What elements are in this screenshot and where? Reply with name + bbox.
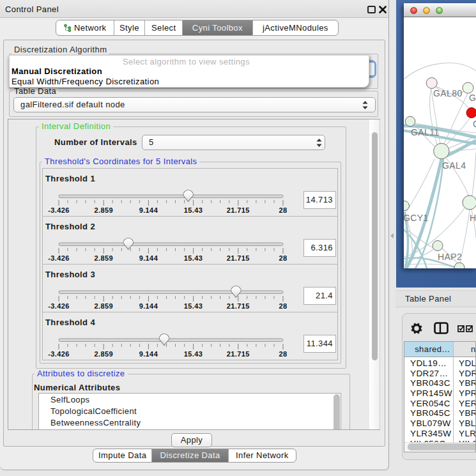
svg-text:GAL11: GAL11 xyxy=(411,127,440,137)
svg-text:9.144: 9.144 xyxy=(139,254,158,262)
svg-text:28: 28 xyxy=(279,254,287,262)
svg-text:9.144: 9.144 xyxy=(139,350,158,358)
svg-text:2.859: 2.859 xyxy=(94,254,113,262)
svg-text:15.43: 15.43 xyxy=(184,350,203,358)
svg-text:C: C xyxy=(473,119,476,129)
svg-text:21.715: 21.715 xyxy=(227,206,250,214)
svg-text:9.144: 9.144 xyxy=(139,206,158,214)
svg-text:28: 28 xyxy=(279,302,287,310)
svg-text:-3.426: -3.426 xyxy=(48,254,70,262)
svg-text:GAL4: GAL4 xyxy=(442,160,466,171)
svg-text:-3.426: -3.426 xyxy=(48,206,70,214)
svg-text:HAP2: HAP2 xyxy=(438,252,462,262)
svg-text:GCY1: GCY1 xyxy=(404,213,429,223)
svg-text:-3.426: -3.426 xyxy=(48,350,70,358)
svg-text:15.43: 15.43 xyxy=(184,254,203,262)
svg-text:28: 28 xyxy=(279,350,287,358)
svg-text:2.859: 2.859 xyxy=(94,302,113,310)
svg-text:-3.426: -3.426 xyxy=(48,302,70,310)
svg-text:15.43: 15.43 xyxy=(184,302,203,310)
svg-text:21.715: 21.715 xyxy=(227,350,250,358)
svg-text:9.144: 9.144 xyxy=(139,302,158,310)
svg-text:28: 28 xyxy=(279,206,287,214)
svg-text:H: H xyxy=(470,213,476,223)
svg-text:15.43: 15.43 xyxy=(184,206,203,214)
svg-text:21.715: 21.715 xyxy=(227,302,250,310)
svg-text:21.715: 21.715 xyxy=(227,254,250,262)
svg-text:GAL: GAL xyxy=(469,93,476,103)
svg-text:2.859: 2.859 xyxy=(94,206,113,214)
svg-text:GAL80: GAL80 xyxy=(433,88,463,98)
svg-text:2.859: 2.859 xyxy=(94,350,113,358)
